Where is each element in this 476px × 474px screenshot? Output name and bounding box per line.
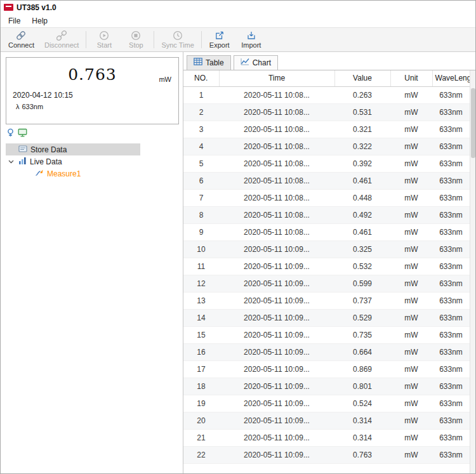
view-tabs: Table Chart xyxy=(183,55,475,70)
table-cell: 2020-05-11 10:09... xyxy=(219,343,334,360)
table-row[interactable]: 212020-05-11 10:09...0.314mW633nm xyxy=(183,429,470,446)
tab-chart[interactable]: Chart xyxy=(234,55,278,70)
column-header-value[interactable]: Value xyxy=(334,70,390,86)
table-row[interactable]: 182020-05-11 10:09...0.801mW633nm xyxy=(183,378,470,395)
table-row[interactable]: 122020-05-11 10:09...0.599mW633nm xyxy=(183,275,470,292)
table-cell: mW xyxy=(390,103,432,121)
table-cell: 0.322 xyxy=(334,138,390,155)
table-cell: 633nm xyxy=(432,446,470,463)
measure-icon xyxy=(35,169,44,178)
table-cell: 0.461 xyxy=(334,223,390,240)
export-icon xyxy=(215,30,225,41)
table-row[interactable]: 32020-05-11 10:08...0.321mW633nm xyxy=(183,121,470,138)
export-button[interactable]: Export xyxy=(204,29,235,50)
table-cell: mW xyxy=(390,412,432,429)
table-cell: 0.735 xyxy=(334,326,390,343)
table-cell: 2020-05-11 10:09... xyxy=(219,446,334,463)
disconnect-button[interactable]: Disconnect xyxy=(39,29,84,50)
meter-wavelength: λ 633nm xyxy=(13,103,172,110)
table-row[interactable]: 12020-05-11 10:08...0.263mW633nm xyxy=(183,86,470,103)
table-cell: 22 xyxy=(183,446,219,463)
menu-bar: File Help xyxy=(1,14,475,27)
table-cell: 0.492 xyxy=(334,206,390,223)
table-row[interactable]: 192020-05-11 10:09...0.524mW633nm xyxy=(183,395,470,412)
table-row[interactable]: 102020-05-11 10:09...0.325mW633nm xyxy=(183,240,470,258)
table-row[interactable]: 162020-05-11 10:09...0.664mW633nm xyxy=(183,343,470,360)
table-row[interactable]: 222020-05-11 10:09...0.763mW633nm xyxy=(183,446,470,463)
menu-file[interactable]: File xyxy=(3,15,26,27)
app-logo-icon xyxy=(4,4,13,11)
stop-button[interactable]: Stop xyxy=(120,29,152,50)
table-cell: mW xyxy=(390,360,432,378)
tab-table[interactable]: Table xyxy=(187,55,231,70)
connect-button-label: Connect xyxy=(8,41,34,49)
chevron-down-icon[interactable] xyxy=(7,160,15,164)
connect-button[interactable]: Connect xyxy=(3,29,39,50)
sync-time-icon xyxy=(173,30,183,41)
table-row[interactable]: 72020-05-11 10:08...0.448mW633nm xyxy=(183,189,470,206)
table-cell: mW xyxy=(390,206,432,223)
table-row[interactable]: 22020-05-11 10:08...0.531mW633nm xyxy=(183,103,470,121)
table-cell: 633nm xyxy=(432,292,470,309)
table-cell: 11 xyxy=(183,258,219,275)
import-button[interactable]: Import xyxy=(235,29,267,50)
column-header-time[interactable]: Time xyxy=(219,70,334,86)
table-cell: 0.529 xyxy=(334,309,390,326)
menu-help[interactable]: Help xyxy=(26,15,53,27)
table-cell: 2020-05-11 10:08... xyxy=(219,223,334,240)
table-row[interactable]: 42020-05-11 10:08...0.322mW633nm xyxy=(183,138,470,155)
table-cell: 2020-05-11 10:08... xyxy=(219,189,334,206)
table-row[interactable]: 52020-05-11 10:08...0.392mW633nm xyxy=(183,155,470,172)
table-cell: 2020-05-11 10:09... xyxy=(219,429,334,446)
table-cell: 17 xyxy=(183,360,219,378)
table-row[interactable]: 82020-05-11 10:08...0.492mW633nm xyxy=(183,206,470,223)
export-button-label: Export xyxy=(209,41,230,49)
table-body: 12020-05-11 10:08...0.263mW633nm22020-05… xyxy=(183,86,470,463)
table-cell: 633nm xyxy=(432,309,470,326)
table-row[interactable]: 92020-05-11 10:08...0.461mW633nm xyxy=(183,223,470,240)
table-cell: 0.448 xyxy=(334,189,390,206)
table-icon xyxy=(194,58,202,67)
column-header-no[interactable]: NO. xyxy=(183,70,219,86)
column-header-unit[interactable]: Unit xyxy=(390,70,432,86)
table-cell: mW xyxy=(390,378,432,395)
table-cell: 0.532 xyxy=(334,258,390,275)
table-row[interactable]: 62020-05-11 10:08...0.461mW633nm xyxy=(183,172,470,189)
table-cell: mW xyxy=(390,258,432,275)
toolbar-separator xyxy=(154,31,154,48)
stop-button-label: Stop xyxy=(129,41,143,49)
sync-time-button[interactable]: Sync Time xyxy=(156,29,199,50)
start-button[interactable]: Start xyxy=(88,29,120,50)
table-cell: 15 xyxy=(183,326,219,343)
table-row[interactable]: 152020-05-11 10:09...0.735mW633nm xyxy=(183,326,470,343)
table-cell: mW xyxy=(390,155,432,172)
table-cell: 633nm xyxy=(432,223,470,240)
device-monitor-icon[interactable] xyxy=(18,128,27,140)
tree-item-label: Live Data xyxy=(30,157,62,166)
table-cell: 2020-05-11 10:09... xyxy=(219,275,334,292)
table-cell: 633nm xyxy=(432,189,470,206)
table-scrollbar[interactable] xyxy=(470,70,475,473)
stop-icon xyxy=(131,30,141,41)
table-cell: 14 xyxy=(183,309,219,326)
table-cell: mW xyxy=(390,223,432,240)
table-cell: 2020-05-11 10:08... xyxy=(219,155,334,172)
column-header-wavelength[interactable]: WaveLength xyxy=(432,70,470,86)
table-cell: 633nm xyxy=(432,395,470,412)
table-row[interactable]: 142020-05-11 10:09...0.529mW633nm xyxy=(183,309,470,326)
location-pin-icon[interactable] xyxy=(6,128,15,140)
table-row[interactable]: 132020-05-11 10:09...0.737mW633nm xyxy=(183,292,470,309)
table-cell: 18 xyxy=(183,378,219,395)
tree-item-live-data[interactable]: Live Data xyxy=(6,155,179,168)
scrollbar-thumb[interactable] xyxy=(471,88,475,158)
toolbar: Connect Disconnect Start Stop xyxy=(1,27,475,52)
table-cell: 0.314 xyxy=(334,429,390,446)
table-row[interactable]: 202020-05-11 10:09...0.314mW633nm xyxy=(183,412,470,429)
table-row[interactable]: 112020-05-11 10:09...0.532mW633nm xyxy=(183,258,470,275)
tree-item-store-data[interactable]: Store Data xyxy=(6,143,140,155)
tree-item-measure1[interactable]: Measure1 xyxy=(34,168,179,180)
table-row[interactable]: 172020-05-11 10:09...0.869mW633nm xyxy=(183,360,470,378)
table-cell: mW xyxy=(390,138,432,155)
table-cell: 10 xyxy=(183,240,219,258)
tab-table-label: Table xyxy=(206,58,224,67)
